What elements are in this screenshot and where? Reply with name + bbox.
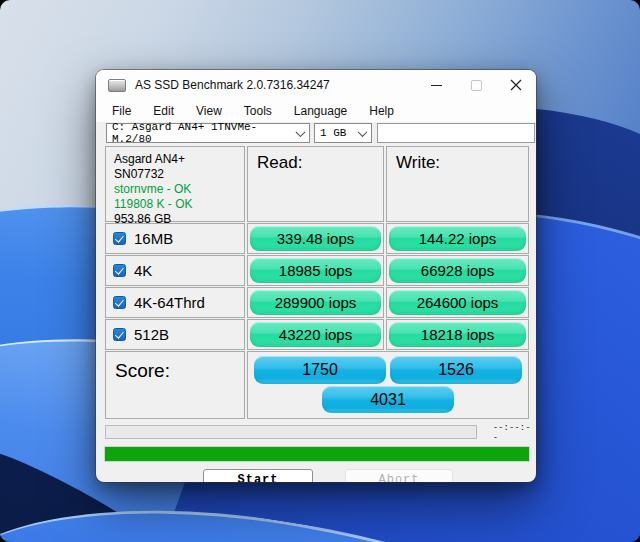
read-result-cell: 289900 iops	[247, 287, 384, 318]
test-row-16mb: 16MB	[105, 223, 245, 254]
close-button[interactable]	[496, 70, 536, 100]
drive-model: Asgard AN4+	[114, 152, 240, 167]
menu-language[interactable]: Language	[283, 101, 358, 121]
read-result-cell: 18985 iops	[247, 255, 384, 286]
test-row-4k64thrd: 4K-64Thrd	[105, 287, 245, 318]
read-result-cell: 339.48 iops	[247, 223, 384, 254]
checkbox-4k[interactable]	[113, 264, 126, 277]
close-icon	[510, 79, 522, 91]
write-result-cell: 264600 iops	[386, 287, 529, 318]
progress-bar	[105, 425, 477, 439]
benchmark-table: Asgard AN4+ SN07732 stornvme - OK 119808…	[105, 146, 531, 419]
time-remaining: --:--:--	[493, 422, 536, 442]
write-column-header: Write:	[386, 146, 529, 222]
menu-tools[interactable]: Tools	[233, 101, 283, 121]
write-result-cell: 18218 iops	[386, 319, 529, 350]
abort-button[interactable]: Abort	[345, 469, 453, 482]
checkbox-16mb[interactable]	[113, 232, 126, 245]
total-score: 4031	[322, 386, 454, 413]
test-label: 512B	[134, 326, 169, 343]
maximize-button[interactable]	[456, 70, 496, 100]
maximize-icon	[471, 80, 482, 91]
minimize-button[interactable]	[416, 70, 456, 100]
action-buttons: Start Abort	[96, 469, 536, 482]
test-row-512b: 512B	[105, 319, 245, 350]
start-button[interactable]: Start	[203, 469, 313, 482]
minimize-icon	[431, 85, 442, 86]
overall-progress-bar	[104, 446, 530, 462]
write-result-cell: 144.22 iops	[386, 223, 529, 254]
extra-text-field[interactable]	[377, 123, 535, 143]
menu-view[interactable]: View	[185, 101, 233, 121]
write-result-4k: 66928 iops	[389, 258, 526, 283]
offset-status: 119808 K - OK	[114, 197, 240, 212]
read-result-4k: 18985 iops	[250, 258, 381, 283]
write-result-16mb: 144.22 iops	[389, 226, 526, 251]
menu-file[interactable]: File	[101, 101, 142, 121]
write-result-512b: 18218 iops	[389, 322, 526, 347]
read-result-cell: 43220 iops	[247, 319, 384, 350]
test-label: 4K	[134, 262, 152, 279]
app-window: AS SSD Benchmark 2.0.7316.34247 File Edi…	[96, 70, 536, 482]
selector-row: C: Asgard AN4+ 1TNVMe-M.2/80 1 GB	[96, 122, 536, 144]
read-result-512b: 43220 iops	[250, 322, 381, 347]
test-size-select[interactable]: 1 GB	[314, 123, 372, 143]
score-label: Score:	[105, 351, 245, 419]
write-result-4k64thrd: 264600 iops	[389, 290, 526, 315]
read-score: 1750	[254, 356, 386, 384]
window-title: AS SSD Benchmark 2.0.7316.34247	[135, 78, 330, 92]
menu-help[interactable]: Help	[358, 101, 405, 121]
test-label: 4K-64Thrd	[134, 294, 205, 311]
app-drive-icon	[108, 79, 126, 92]
read-result-16mb: 339.48 iops	[250, 226, 381, 251]
write-result-cell: 66928 iops	[386, 255, 529, 286]
score-panel: 1750 1526 4031	[247, 351, 529, 419]
chevron-down-icon	[296, 127, 306, 137]
menu-bar: File Edit View Tools Language Help	[96, 100, 536, 122]
test-row-4k: 4K	[105, 255, 245, 286]
title-bar: AS SSD Benchmark 2.0.7316.34247	[96, 70, 536, 100]
caption-buttons	[416, 70, 536, 100]
drive-info-panel: Asgard AN4+ SN07732 stornvme - OK 119808…	[105, 146, 245, 222]
driver-status: stornvme - OK	[114, 182, 240, 197]
checkbox-4k64thrd[interactable]	[113, 296, 126, 309]
drive-serial: SN07732	[114, 167, 240, 182]
test-label: 16MB	[134, 230, 173, 247]
write-score: 1526	[390, 356, 522, 384]
checkbox-512b[interactable]	[113, 328, 126, 341]
drive-select[interactable]: C: Asgard AN4+ 1TNVMe-M.2/80	[106, 123, 310, 143]
test-size-value: 1 GB	[320, 127, 346, 139]
progress-row: --:--:--	[105, 422, 536, 442]
chevron-down-icon	[358, 127, 368, 137]
menu-edit[interactable]: Edit	[142, 101, 185, 121]
read-result-4k64thrd: 289900 iops	[250, 290, 381, 315]
drive-select-value: C: Asgard AN4+ 1TNVMe-M.2/80	[112, 121, 291, 145]
read-column-header: Read:	[247, 146, 384, 222]
